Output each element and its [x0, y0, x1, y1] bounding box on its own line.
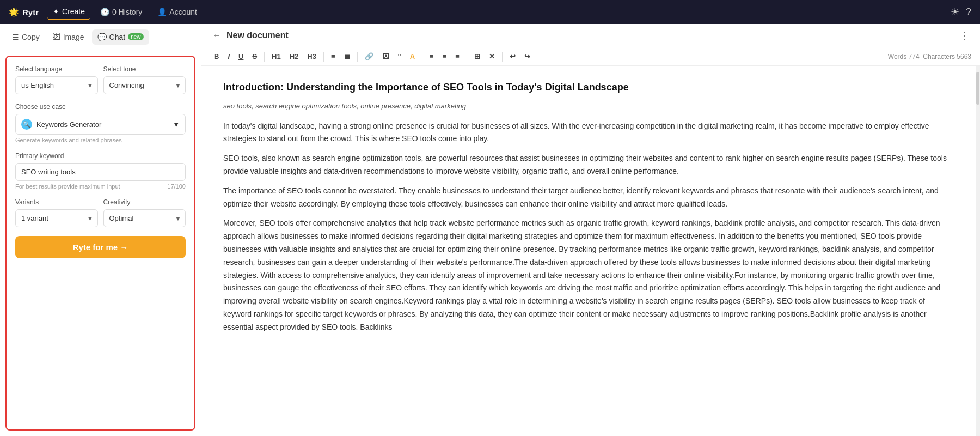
logo-icon: 🌟: [9, 7, 19, 17]
toolbar-redo[interactable]: ↪: [520, 51, 534, 62]
help-icon[interactable]: ?: [966, 7, 971, 18]
toolbar-quote[interactable]: ": [394, 51, 405, 62]
toolbar-link[interactable]: 🔗: [361, 51, 377, 62]
variants-select-wrapper: 1 variant 2 variants 3 variants ▼: [15, 209, 98, 227]
variants-creativity-row: Variants 1 variant 2 variants 3 variants…: [15, 198, 186, 227]
toolbar-sep-5: [467, 52, 467, 62]
keyword-hint-row: For best results provide maximum input 1…: [15, 183, 186, 190]
doc-para-1: In today's digital landscape, having a s…: [223, 120, 954, 146]
creativity-label: Creativity: [103, 198, 186, 206]
nav-history[interactable]: 🕐 0 History: [95, 4, 148, 20]
toolbar-sep-3: [357, 52, 358, 62]
doc-heading: Introduction: Understanding the Importan…: [223, 79, 954, 96]
use-case-value: Keywords Generator: [36, 120, 101, 129]
nav-right-icons: ☀ ?: [951, 6, 971, 18]
account-icon: 👤: [157, 8, 167, 16]
toolbar-h3[interactable]: H3: [303, 51, 320, 62]
sub-nav: ☰ Copy 🖼 Image 💬 Chat new: [0, 24, 201, 50]
tone-select-wrapper: Convincing Formal Casual Enthusiastic Fu…: [103, 76, 186, 94]
doc-menu-button[interactable]: ⋮: [959, 29, 969, 41]
nav-create-label: Create: [62, 7, 85, 16]
keyword-hint-text: For best results provide maximum input: [15, 183, 120, 190]
doc-title: New document: [226, 31, 954, 40]
nav-history-label: 0 History: [112, 8, 142, 16]
keyword-count: 17/100: [167, 183, 186, 190]
toolbar-italic[interactable]: I: [224, 51, 234, 62]
toolbar-align-center[interactable]: ≡: [439, 51, 451, 62]
doc-para-4: Moreover, SEO tools offer comprehensive …: [223, 217, 954, 334]
variants-group: Variants 1 variant 2 variants 3 variants…: [15, 198, 98, 227]
toolbar-h1[interactable]: H1: [268, 51, 285, 62]
toolbar-align-left[interactable]: ≡: [426, 51, 438, 62]
nav-account-label: Account: [169, 8, 197, 16]
toolbar-underline[interactable]: U: [235, 51, 247, 62]
nav-account[interactable]: 👤 Account: [152, 4, 203, 20]
use-case-button[interactable]: 🔍 Keywords Generator ▼: [15, 114, 186, 135]
use-case-hint-text: Generate keywords and related phrases: [15, 137, 122, 143]
copy-icon: ☰: [12, 33, 19, 41]
doc-subtitle: seo tools, search engine optimization to…: [223, 100, 954, 112]
tone-label: Select tone: [103, 65, 186, 73]
left-panel: ☰ Copy 🖼 Image 💬 Chat new Select languag…: [0, 24, 201, 436]
use-case-group: Choose use case 🔍 Keywords Generator ▼ G…: [15, 103, 186, 143]
logo[interactable]: 🌟 Rytr: [9, 7, 39, 17]
language-select[interactable]: us English UK English Spanish French Ger…: [15, 76, 98, 94]
toolbar-highlight[interactable]: A: [406, 51, 419, 62]
subnav-chat[interactable]: 💬 Chat new: [92, 29, 149, 45]
toolbar-sep-6: [502, 52, 503, 62]
toolbar-sep-1: [264, 52, 265, 62]
toolbar-list-ol[interactable]: ≣: [340, 51, 354, 62]
tone-select[interactable]: Convincing Formal Casual Enthusiastic Fu…: [103, 76, 186, 94]
toolbar-table[interactable]: ⊞: [470, 51, 484, 62]
doc-scrollbar-thumb[interactable]: [976, 72, 979, 105]
toolbar-sep-4: [422, 52, 422, 62]
chat-badge: new: [128, 33, 143, 40]
language-label: Select language: [15, 65, 98, 73]
creativity-group: Creativity Optimal High Max ▼: [103, 198, 186, 227]
use-case-label: Choose use case: [15, 103, 186, 111]
toolbar-align-right[interactable]: ≡: [451, 51, 463, 62]
right-panel: ← New document ⋮ B I U S H1 H2 H3 ≡ ≣ 🔗 …: [201, 24, 980, 436]
toolbar-undo[interactable]: ↩: [506, 51, 519, 62]
doc-para-2: SEO tools, also known as search engine o…: [223, 152, 954, 178]
nav-create[interactable]: ✦ Create: [47, 4, 90, 20]
doc-scrollbar-track[interactable]: [976, 66, 980, 436]
doc-scrollbar-area: Introduction: Understanding the Importan…: [201, 66, 980, 436]
word-count: Words 774 Characters 5663: [888, 53, 971, 60]
variants-label: Variants: [15, 198, 98, 206]
language-tone-row: Select language us English UK English Sp…: [15, 65, 186, 94]
toolbar-clear[interactable]: ✕: [485, 51, 499, 62]
language-select-wrapper: us English UK English Spanish French Ger…: [15, 76, 98, 94]
logo-text: Rytr: [22, 8, 39, 17]
panel-content: Select language us English UK English Sp…: [5, 56, 195, 431]
use-case-hint: Generate keywords and related phrases: [15, 137, 186, 143]
back-button[interactable]: ←: [212, 31, 221, 40]
ryte-btn-label: Ryte for me →: [73, 243, 128, 252]
variants-select[interactable]: 1 variant 2 variants 3 variants: [15, 209, 98, 227]
toolbar-bold[interactable]: B: [210, 51, 223, 62]
theme-icon[interactable]: ☀: [951, 6, 959, 18]
subnav-copy[interactable]: ☰ Copy: [7, 29, 45, 45]
subnav-chat-label: Chat: [109, 33, 126, 41]
ryte-for-me-button[interactable]: Ryte for me →: [15, 236, 186, 258]
creativity-select[interactable]: Optimal High Max: [103, 209, 186, 227]
language-group: Select language us English UK English Sp…: [15, 65, 98, 94]
subnav-image[interactable]: 🖼 Image: [47, 29, 90, 45]
history-icon: 🕐: [100, 8, 109, 16]
toolbar-strikethrough[interactable]: S: [248, 51, 261, 62]
toolbar-h2[interactable]: H2: [286, 51, 303, 62]
doc-header: ← New document ⋮: [201, 24, 980, 47]
tone-group: Select tone Convincing Formal Casual Ent…: [103, 65, 186, 94]
keyword-group: Primary keyword SEO writing tools For be…: [15, 152, 186, 190]
subnav-copy-label: Copy: [22, 33, 40, 41]
main-area: ☰ Copy 🖼 Image 💬 Chat new Select languag…: [0, 24, 980, 436]
creativity-select-wrapper: Optimal High Max ▼: [103, 209, 186, 227]
keyword-label: Primary keyword: [15, 152, 186, 160]
toolbar-list-ul[interactable]: ≡: [327, 51, 339, 62]
use-case-chevron-icon: ▼: [173, 120, 180, 129]
keyword-input[interactable]: SEO writing tools: [15, 163, 186, 181]
subnav-image-label: Image: [63, 33, 84, 41]
create-icon: ✦: [53, 7, 59, 16]
toolbar-image[interactable]: 🖼: [378, 51, 393, 62]
doc-content[interactable]: Introduction: Understanding the Importan…: [201, 66, 976, 436]
